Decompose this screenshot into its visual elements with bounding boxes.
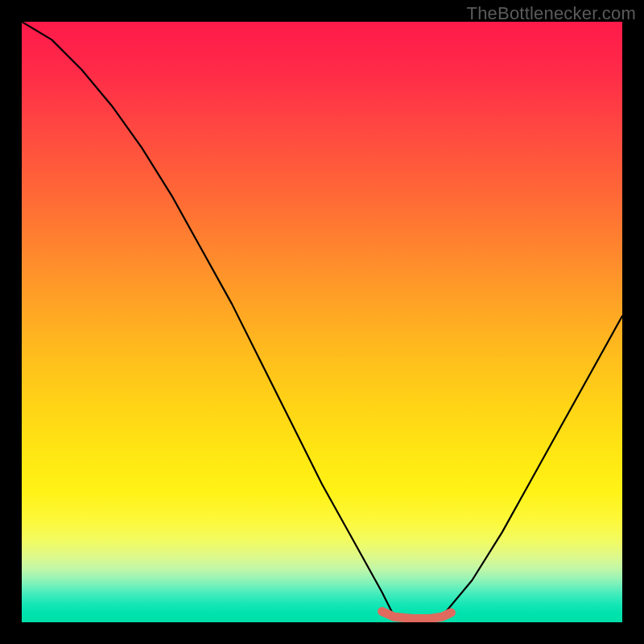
optimal-range-marker-path [382,612,452,619]
watermark-text: TheBottlenecker.com [467,3,636,24]
bottleneck-curve-path [22,22,622,622]
plot-area [22,22,622,622]
chart-svg [22,22,622,622]
chart-frame: TheBottlenecker.com [0,0,644,644]
